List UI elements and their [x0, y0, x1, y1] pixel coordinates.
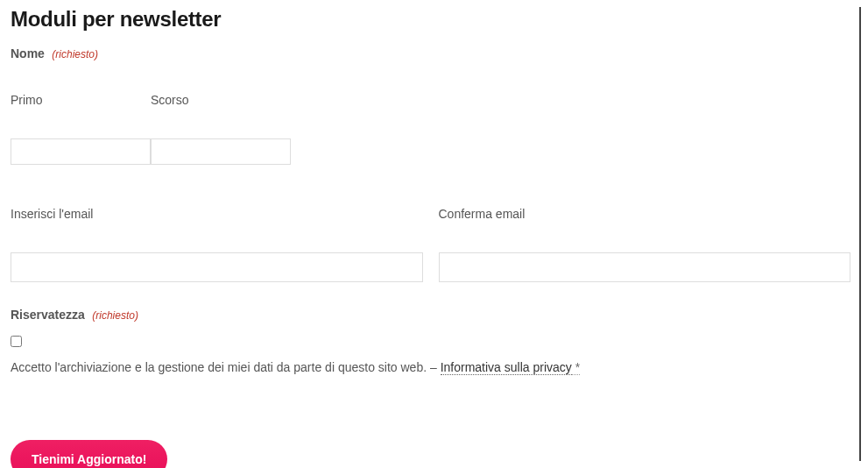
first-name-input[interactable]	[11, 138, 151, 165]
first-name-label: Primo	[11, 93, 151, 107]
enter-email-input[interactable]	[11, 252, 423, 282]
name-field-block: Nome (richiesto) Primo Scorso	[11, 46, 850, 165]
privacy-policy-link[interactable]: Informativa sulla privacy	[441, 360, 572, 375]
privacy-block: Riservatezza (richiesto) Accetto l'archi…	[11, 307, 850, 377]
name-label: Nome	[11, 46, 45, 60]
privacy-label: Riservatezza	[11, 308, 85, 322]
name-required: (richiesto)	[52, 48, 98, 60]
page-title: Moduli per newsletter	[11, 7, 850, 32]
confirm-email-input[interactable]	[439, 252, 851, 282]
enter-email-label: Inserisci l'email	[11, 207, 423, 221]
last-name-label: Scorso	[151, 93, 291, 107]
confirm-email-label: Conferma email	[439, 207, 851, 221]
privacy-checkbox[interactable]	[11, 336, 22, 347]
last-name-input[interactable]	[151, 138, 291, 165]
consent-text: Accetto l'archiviazione e la gestione de…	[11, 360, 441, 374]
privacy-consent-text: Accetto l'archiviazione e la gestione de…	[11, 359, 850, 377]
privacy-required: (richiesto)	[92, 309, 138, 322]
submit-button[interactable]: Tienimi Aggiornato!	[11, 440, 167, 468]
required-asterisk: *	[572, 360, 580, 375]
